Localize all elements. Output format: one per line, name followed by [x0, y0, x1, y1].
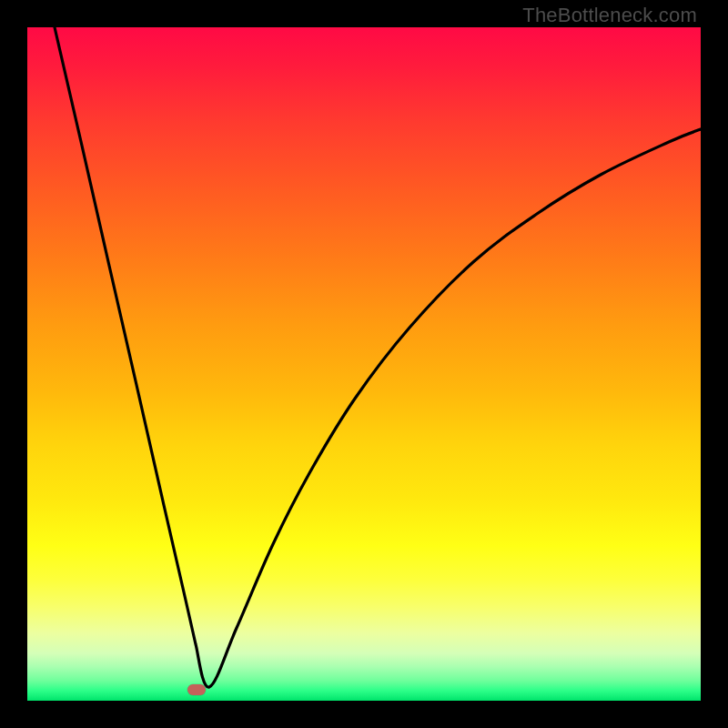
- curve-svg: [27, 27, 701, 701]
- min-point-marker: [187, 684, 206, 695]
- bottleneck-curve: [55, 27, 701, 687]
- watermark-text: TheBottleneck.com: [522, 4, 697, 27]
